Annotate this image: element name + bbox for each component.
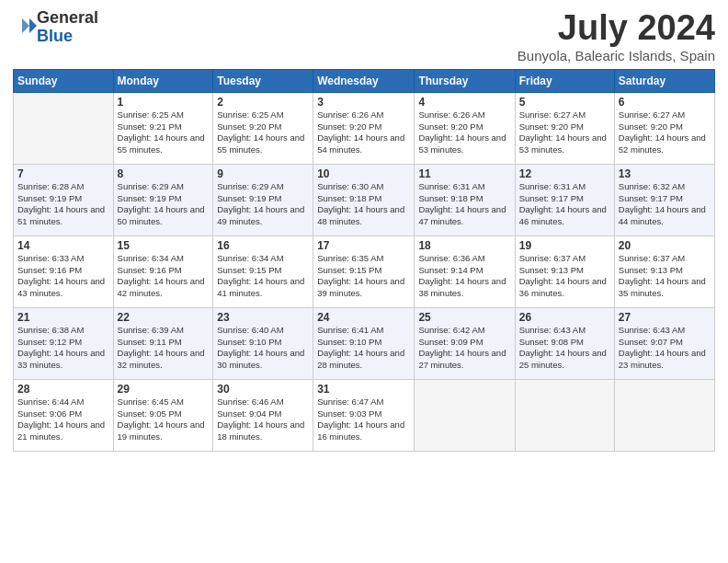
calendar-cell: 6 Sunrise: 6:27 AMSunset: 9:20 PMDayligh…: [614, 92, 714, 164]
cell-text: Sunrise: 6:25 AMSunset: 9:20 PMDaylight:…: [217, 109, 304, 155]
calendar-cell: 10 Sunrise: 6:30 AMSunset: 9:18 PMDaylig…: [313, 164, 415, 236]
day-number: 20: [619, 239, 711, 252]
calendar-cell: 3 Sunrise: 6:26 AMSunset: 9:20 PMDayligh…: [313, 92, 415, 164]
cell-text: Sunrise: 6:30 AMSunset: 9:18 PMDaylight:…: [317, 181, 404, 226]
day-number: 1: [118, 96, 210, 109]
calendar-cell: 28 Sunrise: 6:44 AMSunset: 9:06 PMDaylig…: [14, 379, 114, 451]
calendar-cell: 25 Sunrise: 6:42 AMSunset: 9:09 PMDaylig…: [415, 307, 515, 379]
cell-text: Sunrise: 6:45 AMSunset: 9:05 PMDaylight:…: [118, 396, 205, 442]
day-number: 13: [619, 167, 711, 180]
title-block: July 2024 Bunyola, Balearic Islands, Spa…: [518, 9, 715, 63]
calendar-cell: 26 Sunrise: 6:43 AMSunset: 9:08 PMDaylig…: [515, 307, 614, 379]
day-number: 17: [317, 239, 410, 252]
calendar-cell: 27 Sunrise: 6:43 AMSunset: 9:07 PMDaylig…: [614, 307, 714, 379]
calendar-cell: 21 Sunrise: 6:38 AMSunset: 9:12 PMDaylig…: [14, 307, 114, 379]
calendar-cell: [614, 379, 714, 451]
cell-text: Sunrise: 6:29 AMSunset: 9:19 PMDaylight:…: [217, 181, 304, 226]
calendar-cell: 13 Sunrise: 6:32 AMSunset: 9:17 PMDaylig…: [614, 164, 714, 236]
calendar-cell: 4 Sunrise: 6:26 AMSunset: 9:20 PMDayligh…: [415, 92, 515, 164]
day-number: 25: [418, 311, 510, 324]
calendar-cell: 20 Sunrise: 6:37 AMSunset: 9:13 PMDaylig…: [614, 236, 714, 307]
cell-text: Sunrise: 6:31 AMSunset: 9:18 PMDaylight:…: [418, 181, 506, 226]
calendar-cell: 7 Sunrise: 6:28 AMSunset: 9:19 PMDayligh…: [14, 164, 114, 236]
day-number: 28: [17, 383, 109, 396]
cell-text: Sunrise: 6:38 AMSunset: 9:12 PMDaylight:…: [17, 325, 105, 370]
day-number: 27: [619, 311, 711, 324]
svg-marker-1: [22, 18, 29, 33]
table-row: 21 Sunrise: 6:38 AMSunset: 9:12 PMDaylig…: [14, 307, 715, 379]
cell-text: Sunrise: 6:26 AMSunset: 9:20 PMDaylight:…: [317, 109, 404, 155]
col-wednesday: Wednesday: [313, 69, 415, 92]
day-number: 11: [418, 167, 510, 180]
cell-text: Sunrise: 6:34 AMSunset: 9:15 PMDaylight:…: [217, 253, 304, 298]
day-number: 7: [17, 167, 109, 180]
day-number: 6: [619, 96, 711, 109]
day-number: 8: [118, 167, 210, 180]
cell-text: Sunrise: 6:43 AMSunset: 9:08 PMDaylight:…: [519, 325, 607, 370]
calendar-cell: 29 Sunrise: 6:45 AMSunset: 9:05 PMDaylig…: [113, 379, 213, 451]
cell-text: Sunrise: 6:32 AMSunset: 9:17 PMDaylight:…: [619, 181, 706, 226]
logo-general: General: [37, 9, 98, 28]
day-number: 5: [519, 96, 610, 109]
cell-text: Sunrise: 6:43 AMSunset: 9:07 PMDaylight:…: [619, 325, 706, 370]
day-number: 31: [317, 383, 410, 396]
day-number: 9: [217, 167, 309, 180]
cell-text: Sunrise: 6:36 AMSunset: 9:14 PMDaylight:…: [418, 253, 506, 298]
cell-text: Sunrise: 6:27 AMSunset: 9:20 PMDaylight:…: [619, 109, 706, 155]
day-number: 2: [217, 96, 309, 109]
day-number: 19: [519, 239, 610, 252]
cell-text: Sunrise: 6:42 AMSunset: 9:09 PMDaylight:…: [418, 325, 506, 370]
logo-text: General Blue: [37, 9, 98, 46]
cell-text: Sunrise: 6:35 AMSunset: 9:15 PMDaylight:…: [317, 253, 404, 298]
calendar-cell: 1 Sunrise: 6:25 AMSunset: 9:21 PMDayligh…: [113, 92, 213, 164]
subtitle: Bunyola, Balearic Islands, Spain: [518, 48, 715, 63]
cell-text: Sunrise: 6:41 AMSunset: 9:10 PMDaylight:…: [317, 325, 404, 370]
calendar-cell: 31 Sunrise: 6:47 AMSunset: 9:03 PMDaylig…: [313, 379, 415, 451]
day-number: 15: [118, 239, 210, 252]
day-number: 18: [418, 239, 510, 252]
header-row: Sunday Monday Tuesday Wednesday Thursday…: [14, 69, 715, 92]
page-container: General Blue July 2024 Bunyola, Balearic…: [0, 0, 728, 461]
day-number: 3: [317, 96, 410, 109]
calendar-cell: 23 Sunrise: 6:40 AMSunset: 9:10 PMDaylig…: [213, 307, 313, 379]
col-monday: Monday: [113, 69, 213, 92]
cell-text: Sunrise: 6:26 AMSunset: 9:20 PMDaylight:…: [418, 109, 506, 155]
svg-marker-0: [29, 18, 37, 33]
day-number: 24: [317, 311, 410, 324]
calendar-cell: [415, 379, 515, 451]
calendar-cell: 2 Sunrise: 6:25 AMSunset: 9:20 PMDayligh…: [213, 92, 313, 164]
day-number: 26: [519, 311, 610, 324]
calendar-cell: [515, 379, 614, 451]
calendar-cell: 17 Sunrise: 6:35 AMSunset: 9:15 PMDaylig…: [313, 236, 415, 307]
col-sunday: Sunday: [14, 69, 114, 92]
day-number: 23: [217, 311, 309, 324]
calendar-cell: 24 Sunrise: 6:41 AMSunset: 9:10 PMDaylig…: [313, 307, 415, 379]
cell-text: Sunrise: 6:47 AMSunset: 9:03 PMDaylight:…: [317, 396, 404, 442]
day-number: 14: [17, 239, 109, 252]
cell-text: Sunrise: 6:46 AMSunset: 9:04 PMDaylight:…: [217, 396, 304, 442]
day-number: 12: [519, 167, 610, 180]
day-number: 29: [118, 383, 210, 396]
day-number: 22: [118, 311, 210, 324]
table-row: 1 Sunrise: 6:25 AMSunset: 9:21 PMDayligh…: [14, 92, 715, 164]
cell-text: Sunrise: 6:34 AMSunset: 9:16 PMDaylight:…: [118, 253, 205, 298]
cell-text: Sunrise: 6:40 AMSunset: 9:10 PMDaylight:…: [217, 325, 304, 370]
day-number: 4: [418, 96, 510, 109]
cell-text: Sunrise: 6:33 AMSunset: 9:16 PMDaylight:…: [17, 253, 105, 298]
calendar-cell: 16 Sunrise: 6:34 AMSunset: 9:15 PMDaylig…: [213, 236, 313, 307]
calendar-cell: 9 Sunrise: 6:29 AMSunset: 9:19 PMDayligh…: [213, 164, 313, 236]
cell-text: Sunrise: 6:25 AMSunset: 9:21 PMDaylight:…: [118, 109, 205, 155]
calendar-cell: 5 Sunrise: 6:27 AMSunset: 9:20 PMDayligh…: [515, 92, 614, 164]
day-number: 30: [217, 383, 309, 396]
cell-text: Sunrise: 6:28 AMSunset: 9:19 PMDaylight:…: [17, 181, 105, 226]
cell-text: Sunrise: 6:31 AMSunset: 9:17 PMDaylight:…: [519, 181, 607, 226]
day-number: 16: [217, 239, 309, 252]
calendar-cell: 19 Sunrise: 6:37 AMSunset: 9:13 PMDaylig…: [515, 236, 614, 307]
col-saturday: Saturday: [614, 69, 714, 92]
logo-blue: Blue: [37, 28, 98, 46]
cell-text: Sunrise: 6:39 AMSunset: 9:11 PMDaylight:…: [118, 325, 205, 370]
cell-text: Sunrise: 6:44 AMSunset: 9:06 PMDaylight:…: [17, 396, 105, 442]
cell-text: Sunrise: 6:37 AMSunset: 9:13 PMDaylight:…: [519, 253, 607, 298]
calendar-cell: 18 Sunrise: 6:36 AMSunset: 9:14 PMDaylig…: [415, 236, 515, 307]
calendar-cell: 22 Sunrise: 6:39 AMSunset: 9:11 PMDaylig…: [113, 307, 213, 379]
